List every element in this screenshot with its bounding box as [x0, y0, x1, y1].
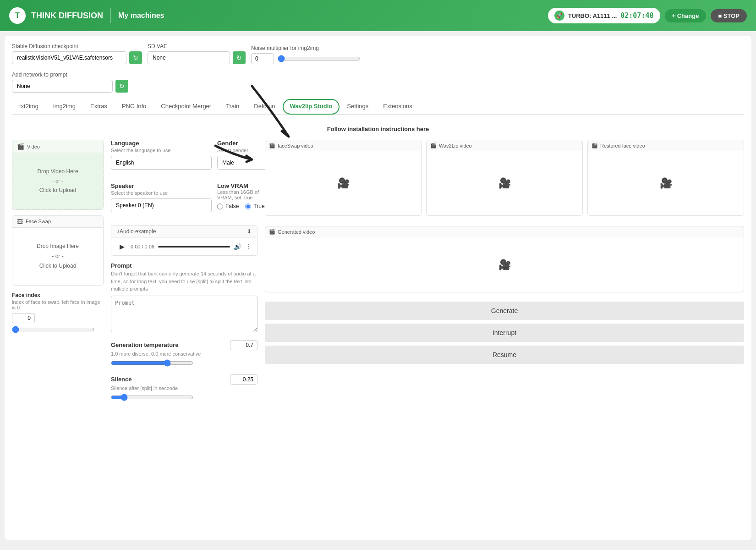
silence-slider[interactable] [111, 394, 193, 401]
click-upload-text-1: Click to Upload [20, 186, 96, 196]
sd-vae-refresh-icon[interactable]: ↻ [233, 51, 246, 64]
faceswap-video-header: 🎬 faceSwap video [265, 140, 421, 151]
sd-vae-select[interactable]: None [148, 51, 230, 64]
gen-temp-desc: 1.0 more diverse, 0.0 more conservative [111, 351, 257, 357]
top-controls: Stable Diffusion checkpoint realisticVis… [12, 43, 744, 64]
timer: 02:07:48 [620, 11, 653, 20]
video-icon-4: 🎬 [269, 229, 275, 235]
face-index-input[interactable] [12, 313, 35, 323]
gen-temp-input[interactable] [230, 340, 257, 350]
false-radio[interactable] [217, 204, 223, 209]
video-drop-area[interactable]: Drop Video Here - or - Click to Upload [12, 153, 103, 209]
generated-video-section: 🎬 Generated video 🎥 [265, 226, 744, 292]
wav2lip-video-header: 🎬 Wav2Lip video [427, 140, 582, 151]
speaker-select[interactable]: Speaker 0 (EN) [111, 198, 212, 212]
vram-radio-group: False True [217, 203, 265, 209]
resume-button[interactable]: Resume [265, 346, 744, 364]
middle-panel: Language Select the language to use Engl… [111, 140, 257, 409]
low-vram-group: Low VRAM Less than 16GB of VRAM, set Tru… [217, 182, 265, 212]
silence-input[interactable] [230, 374, 257, 385]
header-divider [110, 8, 111, 23]
audio-controls: ▶ 0:00 / 0:06 🔊 ⋮ [111, 238, 257, 255]
faceswap-video-box: 🎬 faceSwap video 🎥 [265, 140, 422, 216]
tab-bar: txt2img img2img Extras PNG Info Checkpoi… [12, 99, 744, 115]
restored-face-box: 🎬 Restored face video 🎥 [587, 140, 744, 216]
add-network-refresh-icon[interactable]: ↻ [115, 80, 128, 93]
true-radio[interactable] [245, 204, 251, 209]
video-placeholder-icon-1: 🎥 [337, 177, 350, 189]
my-machines-label: My machines [118, 11, 164, 20]
face-index-slider[interactable] [12, 326, 94, 333]
volume-icon[interactable]: 🔊 [234, 243, 241, 250]
tab-settings[interactable]: Settings [340, 99, 376, 114]
silence-row: Silence [111, 374, 257, 385]
gen-temp-row: Generation temperature [111, 340, 257, 350]
add-network-wrap: None ↻ [12, 80, 744, 93]
noise-row [251, 53, 360, 64]
logo-text: THINK DIFFUSION [31, 11, 103, 21]
prompt-label: Prompt [111, 262, 257, 269]
sd-vae-select-wrap: None ↻ [148, 51, 246, 64]
gen-temp-slider[interactable] [111, 359, 193, 367]
tab-wav2lip[interactable]: Wav2lip Studio [283, 99, 340, 115]
video-placeholder-icon-3: 🎥 [660, 177, 672, 189]
audio-progress-bar[interactable] [158, 246, 230, 248]
tab-txt2img[interactable]: txt2img [12, 99, 46, 114]
face-index-row [12, 313, 104, 323]
or-text-2: - or - [20, 252, 96, 262]
prompt-section: Prompt Don't forget that bark can only g… [111, 262, 257, 334]
silence-section: Silence Silence after [split] in seconde [111, 374, 257, 402]
audio-example-box: ♪ Audio example ⬇ ▶ 0:00 / 0:06 🔊 ⋮ [111, 225, 257, 256]
gen-temp-section: Generation temperature 1.0 more diverse,… [111, 340, 257, 368]
tab-train[interactable]: Train [219, 99, 247, 114]
drop-video-text: Drop Video Here [20, 167, 96, 177]
checkpoint-select[interactable]: realisticVisionV51_v51VAE.safetensors [12, 51, 126, 64]
face-swap-box: 🖼 Face Swap Drop Image Here - or - Click… [12, 215, 104, 286]
header-right: 🚀 TURBO: A1111 ... 02:07:48 + Change ■ S… [548, 8, 747, 23]
checkpoint-refresh-icon[interactable]: ↻ [129, 51, 142, 64]
download-icon[interactable]: ⬇ [247, 228, 252, 235]
face-index-desc: index of face to swap, left face in imag… [12, 299, 104, 310]
language-sublabel: Select the language to use [111, 148, 212, 153]
stop-button[interactable]: ■ STOP [711, 9, 747, 22]
language-group: Language Select the language to use Engl… [111, 140, 212, 170]
change-button[interactable]: + Change [665, 9, 707, 22]
noise-label: Noise multiplier for img2img [251, 45, 360, 51]
generated-video-header: 🎬 Generated video [265, 226, 744, 237]
interrupt-button[interactable]: Interrupt [265, 324, 744, 342]
generate-button[interactable]: Generate [265, 302, 744, 320]
tab-deforun[interactable]: Deforun [247, 99, 282, 114]
noise-slider[interactable] [278, 55, 360, 62]
install-instruction: Follow installation instructions here [12, 122, 744, 140]
video-upload-box[interactable]: 🎬 Video Drop Video Here - or - Click to … [12, 140, 104, 210]
main-content: Stable Diffusion checkpoint realisticVis… [5, 36, 751, 540]
speaker-sublabel: Select the speaker to use [111, 190, 212, 196]
face-swap-label: Face Swap [26, 219, 51, 224]
false-radio-item[interactable]: False [217, 203, 239, 209]
video-icon-1: 🎬 [269, 143, 275, 148]
checkpoint-select-wrap: realisticVisionV51_v51VAE.safetensors ↻ [12, 51, 142, 64]
true-radio-item[interactable]: True [245, 203, 264, 209]
tab-extensions[interactable]: Extensions [376, 99, 420, 114]
low-vram-desc: Less than 16GB of VRAM, set True [217, 189, 265, 200]
tab-extras[interactable]: Extras [83, 99, 115, 114]
more-options-icon[interactable]: ⋮ [245, 243, 252, 250]
low-vram-label: Low VRAM [217, 182, 265, 189]
action-buttons: Generate Interrupt Resume [265, 302, 744, 364]
prompt-textarea[interactable] [111, 296, 257, 332]
play-button[interactable]: ▶ [117, 242, 127, 252]
silence-desc: Silence after [split] in seconde [111, 385, 257, 391]
add-network-select[interactable]: None [12, 80, 113, 93]
noise-value-input[interactable] [251, 53, 274, 64]
generated-video-label: Generated video [278, 229, 315, 235]
header: T THINK DIFFUSION My machines 🚀 TURBO: A… [0, 0, 756, 31]
speaker-vram-row: Speaker Select the speaker to use Speake… [111, 182, 257, 219]
language-select[interactable]: English [111, 156, 212, 170]
face-swap-drop-area[interactable]: Drop Image Here - or - Click to Upload [12, 228, 103, 285]
tab-png-info[interactable]: PNG Info [115, 99, 153, 114]
tab-img2img[interactable]: img2img [46, 99, 83, 114]
language-gender-row: Language Select the language to use Engl… [111, 140, 257, 176]
wav2lip-video-body: 🎥 [427, 151, 582, 215]
audio-example-label: Audio example [120, 228, 156, 235]
tab-checkpoint-merger[interactable]: Checkpoint Merger [153, 99, 219, 114]
